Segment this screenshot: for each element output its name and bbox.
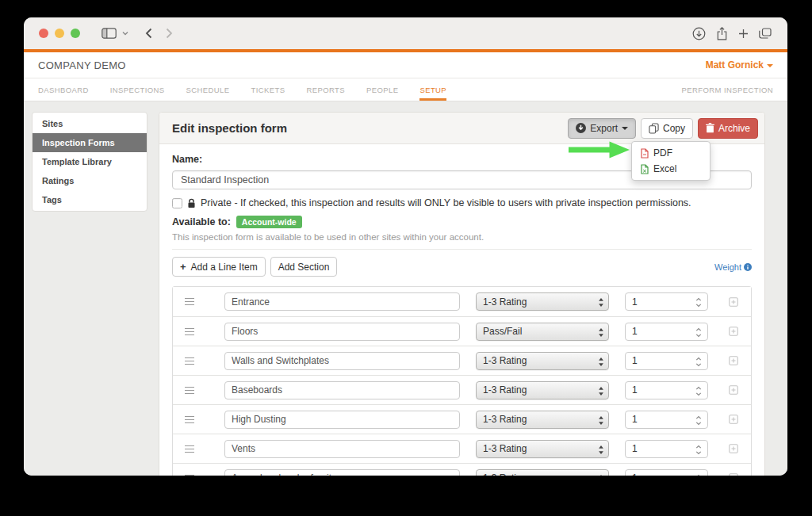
rating-type-select[interactable]: Pass/Fail: [476, 323, 609, 341]
expand-row-icon[interactable]: [729, 444, 738, 453]
archive-button[interactable]: Archive: [698, 118, 758, 139]
perform-inspection-link[interactable]: PERFORM INSPECTION: [682, 78, 773, 101]
add-line-item-button[interactable]: + Add a Line Item: [172, 257, 266, 277]
private-option-row: Private - If checked, this inspection an…: [172, 197, 752, 208]
plus-icon: +: [180, 261, 186, 273]
drag-handle-icon[interactable]: [184, 474, 195, 476]
page-title: Edit inspection form: [172, 121, 568, 135]
line-item-actions: + Add a Line Item Add Section Weight: [172, 257, 752, 277]
export-button[interactable]: Export: [568, 118, 636, 139]
sidebar-item[interactable]: Ratings: [33, 171, 147, 190]
expand-row-icon[interactable]: [729, 473, 738, 476]
rating-type-select[interactable]: 1-3 Rating: [476, 469, 609, 476]
line-item-name-input[interactable]: [224, 352, 460, 370]
nav-item[interactable]: SETUP: [419, 78, 446, 101]
screenshot-stage: COMPANY DEMO Matt Gornick DASHBOARD INSP…: [0, 0, 812, 516]
weight-stepper[interactable]: 1: [625, 292, 708, 311]
copy-button[interactable]: Copy: [641, 118, 693, 139]
available-note: This inspection form is available to be …: [172, 232, 752, 242]
expand-row-icon[interactable]: [729, 356, 738, 365]
edit-inspection-form-panel: Edit inspection form Export: [159, 112, 765, 476]
private-checkbox[interactable]: [172, 198, 182, 208]
weight-stepper[interactable]: 1: [625, 352, 708, 370]
nav-item[interactable]: PEOPLE: [366, 78, 398, 101]
site-nav: DASHBOARD INSPECTIONS SCHEDULE TICKETS R…: [24, 78, 787, 101]
nav-item[interactable]: INSPECTIONS: [110, 78, 165, 101]
new-tab-icon[interactable]: [738, 29, 749, 39]
sidebar-item[interactable]: Inspection Forms: [33, 133, 147, 152]
rating-type-select[interactable]: 1-3 Rating: [476, 440, 609, 458]
select-arrows-icon: [598, 357, 604, 367]
select-arrows-icon: [598, 415, 604, 426]
minimize-window-button[interactable]: [55, 29, 64, 38]
rating-type-select[interactable]: 1-3 Rating: [476, 381, 609, 399]
weight-link[interactable]: Weight: [714, 262, 752, 272]
lock-icon: [187, 198, 196, 208]
line-item-row: 1-3 Rating 1: [173, 463, 751, 476]
drag-handle-icon[interactable]: [184, 357, 195, 365]
copy-icon: [649, 123, 659, 134]
sidebar-toggle-icon[interactable]: [102, 28, 117, 39]
user-menu[interactable]: Matt Gornick: [706, 59, 773, 71]
close-window-button[interactable]: [39, 29, 48, 38]
select-arrows-icon: [598, 297, 604, 308]
share-icon[interactable]: [716, 27, 728, 40]
drag-handle-icon[interactable]: [184, 386, 195, 395]
export-dropdown-menu: PDF Excel: [631, 141, 710, 181]
export-pdf-item[interactable]: PDF: [632, 145, 710, 161]
rating-type-select[interactable]: 1-3 Rating: [476, 352, 609, 370]
nav-item[interactable]: REPORTS: [306, 78, 345, 101]
back-icon[interactable]: [145, 28, 152, 39]
expand-row-icon[interactable]: [729, 297, 738, 307]
line-item-name-input[interactable]: [224, 381, 460, 399]
excel-file-icon: [641, 164, 649, 174]
forward-icon[interactable]: [166, 28, 173, 39]
sidebar-item[interactable]: Sites: [33, 114, 147, 133]
line-item-name-input[interactable]: [224, 292, 460, 311]
browser-toolbar: [24, 17, 787, 49]
weight-stepper[interactable]: 1: [625, 440, 708, 458]
rating-type-select[interactable]: 1-3 Rating: [476, 292, 609, 311]
select-arrows-icon: [598, 445, 604, 455]
company-name: COMPANY DEMO: [38, 59, 126, 71]
zoom-window-button[interactable]: [71, 29, 80, 38]
drag-handle-icon[interactable]: [184, 445, 195, 453]
expand-row-icon[interactable]: [729, 415, 738, 424]
panel-header: Edit inspection form Export: [159, 113, 764, 144]
weight-stepper[interactable]: 1: [625, 411, 708, 429]
rating-type-select[interactable]: 1-3 Rating: [476, 411, 609, 429]
expand-row-icon[interactable]: [729, 327, 738, 336]
line-item-name-input[interactable]: [224, 411, 460, 429]
chevron-down-icon[interactable]: [122, 31, 128, 36]
drag-handle-icon[interactable]: [184, 415, 195, 424]
weight-stepper[interactable]: 1: [625, 323, 708, 341]
line-item-name-input[interactable]: [224, 323, 460, 341]
export-excel-item[interactable]: Excel: [632, 161, 710, 177]
weight-stepper[interactable]: 1: [625, 469, 708, 476]
stepper-arrows-icon: [695, 415, 702, 426]
downloads-icon[interactable]: [692, 27, 706, 40]
nav-item[interactable]: DASHBOARD: [38, 78, 89, 101]
line-item-row: 1-3 Rating 1: [173, 375, 751, 404]
select-arrows-icon: [598, 474, 604, 476]
line-item-name-input[interactable]: [224, 469, 460, 476]
available-to-label: Available to:: [172, 216, 231, 227]
weight-stepper[interactable]: 1: [625, 381, 708, 399]
available-to-row: Available to: Account-wide: [172, 216, 752, 228]
sidebar-item[interactable]: Tags: [33, 190, 147, 209]
stepper-arrows-icon: [695, 474, 702, 476]
drag-handle-icon[interactable]: [184, 327, 195, 336]
stepper-arrows-icon: [695, 327, 702, 338]
user-name: Matt Gornick: [706, 59, 764, 71]
sidebar-item[interactable]: Template Library: [33, 152, 147, 171]
pdf-file-icon: [641, 148, 649, 159]
tab-overview-icon[interactable]: [759, 28, 772, 39]
nav-item[interactable]: TICKETS: [251, 78, 285, 101]
expand-row-icon[interactable]: [729, 385, 738, 395]
add-section-button[interactable]: Add Section: [270, 257, 338, 277]
line-item-name-input[interactable]: [224, 440, 460, 458]
nav-item[interactable]: SCHEDULE: [186, 78, 230, 101]
drag-handle-icon[interactable]: [184, 297, 195, 306]
line-item-row: Pass/Fail 1: [173, 316, 751, 346]
caret-down-icon: [767, 64, 773, 67]
